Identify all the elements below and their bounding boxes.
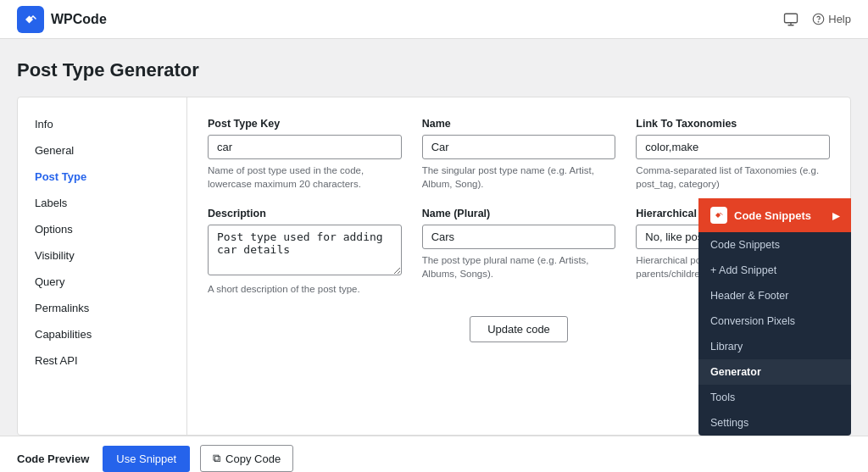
dropdown-item-conversion-pixels[interactable]: Conversion Pixels [698,308,851,334]
sidebar-item-rest-api[interactable]: Rest API [18,347,186,374]
page-title: Post Type Generator [17,59,851,81]
monitor-icon[interactable] [783,12,798,27]
svg-point-2 [818,21,819,22]
dropdown-item-generator[interactable]: Generator [698,359,851,385]
logo-icon [17,6,44,33]
name-hint: The singular post type name (e.g. Artist… [422,164,616,191]
form-group-link-to-taxonomies: Link To Taxonomies Comma-separated list … [636,118,830,191]
sidebar-item-query[interactable]: Query [18,269,186,295]
sidebar-item-info[interactable]: Info [18,111,186,137]
form-group-post-type-key: Post Type Key Name of post type used in … [208,118,402,191]
post-type-key-hint: Name of post type used in the code, lowe… [208,164,402,191]
name-input[interactable] [422,135,616,159]
form-group-name-plural: Name (Plural) The post type plural name … [422,208,616,296]
page-content-relative: Info General Post Type Labels Options Vi… [17,97,851,436]
sidebar-item-permalinks[interactable]: Permalinks [18,295,186,321]
post-type-key-input[interactable] [208,135,402,159]
page-wrap: Post Type Generator Info General Post Ty… [0,39,868,436]
dropdown-item-code-snippets[interactable]: Code Snippets [698,232,851,258]
logo: WPCode [17,6,107,33]
dropdown-panel: Code Snippets ▸ Code Snippets + Add Snip… [698,198,851,436]
copy-icon: ⧉ [213,452,220,465]
name-plural-hint: The post type plural name (e.g. Artists,… [422,253,616,280]
dropdown-header-label: Code Snippets [734,209,811,222]
dropdown-item-library[interactable]: Library [698,334,851,359]
form-group-name: Name The singular post type name (e.g. A… [422,118,616,191]
side-nav: Info General Post Type Labels Options Vi… [18,97,187,435]
svg-rect-0 [785,14,798,23]
dropdown-item-tools[interactable]: Tools [698,385,851,410]
topbar-right: Help [783,12,851,27]
use-snippet-button[interactable]: Use Snippet [103,446,190,472]
dropdown-header[interactable]: Code Snippets ▸ [698,198,851,232]
dropdown-arrow-icon: ▸ [832,208,839,224]
sidebar-item-capabilities[interactable]: Capabilities [18,321,186,347]
post-type-key-label: Post Type Key [208,118,402,130]
svg-point-1 [814,14,825,25]
dropdown-header-icon [710,207,727,224]
sidebar-item-labels[interactable]: Labels [18,190,186,216]
dropdown-item-add-snippet[interactable]: + Add Snippet [698,258,851,283]
link-to-taxonomies-hint: Comma-separated list of Taxonomies (e.g.… [636,164,830,191]
sidebar-item-options[interactable]: Options [18,216,186,242]
dropdown-item-header-footer[interactable]: Header & Footer [698,283,851,308]
name-label: Name [422,118,616,130]
description-label: Description [208,208,402,219]
link-to-taxonomies-input[interactable] [636,135,830,159]
logo-text: WPCode [51,12,107,27]
description-textarea[interactable]: Post type used for adding car details [208,225,402,275]
name-plural-input[interactable] [422,225,616,249]
sidebar-item-general[interactable]: General [18,137,186,164]
form-group-description: Description Post type used for adding ca… [208,208,402,296]
help-button[interactable]: Help [812,13,851,25]
description-hint: A short description of the post type. [208,282,402,296]
sidebar-item-visibility[interactable]: Visibility [18,242,186,269]
dropdown-item-settings[interactable]: Settings [698,410,851,436]
code-preview-label: Code Preview [17,453,89,465]
topbar: WPCode Help [0,0,868,39]
copy-code-button[interactable]: ⧉ Copy Code [200,445,293,472]
help-label: Help [828,13,851,25]
link-to-taxonomies-label: Link To Taxonomies [636,118,830,130]
update-code-button[interactable]: Update code [470,316,568,342]
copy-code-label: Copy Code [225,453,281,465]
bottom-bar: Code Preview Use Snippet ⧉ Copy Code [0,436,868,472]
name-plural-label: Name (Plural) [422,208,616,219]
sidebar-item-post-type[interactable]: Post Type [18,164,186,190]
